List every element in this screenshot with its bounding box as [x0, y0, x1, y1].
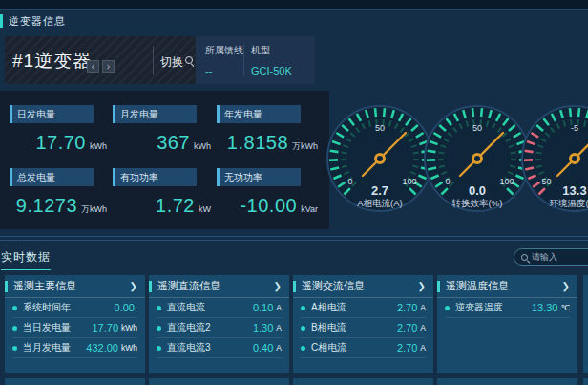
stat-value: 1.72	[156, 195, 195, 217]
list-item: 系统时间年 0.00	[12, 298, 137, 318]
panel-accent-bar	[5, 281, 8, 292]
item-unit: kWh	[121, 343, 137, 353]
stat-card-reactive-power: 无功功率 -10.00kVar	[217, 168, 324, 231]
panel-header[interactable]: 遥测交流信息 ❯	[293, 275, 433, 298]
gauge-value: 0.0	[469, 183, 486, 198]
realtime-search-input[interactable]: 请输入	[514, 248, 588, 266]
bullet-icon	[12, 306, 17, 310]
item-value: 0.10	[253, 302, 273, 313]
panel-partial-bottom	[149, 378, 289, 385]
item-label: 直流电流3	[167, 341, 253, 354]
divider	[153, 46, 154, 75]
stat-value: 1.8158	[227, 132, 288, 154]
next-device-button[interactable]: ›	[102, 60, 115, 73]
gauge-max-label: 100	[499, 177, 514, 186]
item-label: 当月发电量	[23, 341, 86, 354]
item-label: 当日发电量	[23, 321, 92, 334]
stat-label: 总发电量	[10, 168, 94, 186]
bullet-icon	[445, 306, 450, 310]
model-info: 机型 GCI-50K	[251, 44, 292, 76]
stat-label: 日发电量	[10, 105, 94, 123]
panel-title: 遥测直流信息	[158, 279, 274, 293]
section-titlebar: 逆变器信息	[0, 12, 66, 30]
item-label: 系统时间年	[23, 301, 115, 314]
chevron-right-icon[interactable]: ❯	[130, 281, 137, 291]
panel-telemetry-dc: 遥测直流信息 ❯ 直流电流 0.10 A 直流电流2 1.30 A 直流电流3 …	[149, 275, 289, 373]
gauge-mid-label: 50	[375, 123, 385, 133]
panel-telemetry-temperature: 遥测温度信息 ❯ 逆变器温度 13.30 ℃	[437, 275, 578, 373]
panel-telemetry-main: 遥测主要信息 ❯ 系统时间年 0.00 当日发电量 17.70 kWh 当月发电…	[5, 275, 145, 373]
panel-header[interactable]: 遥测主要信息 ❯	[5, 275, 145, 298]
bullet-icon	[12, 326, 17, 331]
item-unit: A	[420, 303, 426, 312]
panel-title: 遥测交流信息	[302, 279, 418, 293]
energy-stats-panel: 日发电量 17.70kWh 月发电量 367kWh 年发电量 1.8158万kW…	[0, 91, 329, 229]
stat-card-daily-energy: 日发电量 17.70kWh	[10, 105, 113, 168]
item-value: 13.30	[532, 302, 558, 313]
item-unit: A	[276, 343, 282, 353]
device-info-box: 所属馈线 -- 机型 GCI-50K	[196, 36, 315, 84]
list-item: 当月发电量 432.00 kWh	[12, 338, 137, 358]
gauge-title: A相电流(A)	[357, 198, 403, 208]
item-value: 17.70	[92, 322, 118, 333]
list-item: C相电流 2.70 A	[301, 338, 426, 358]
gauge-hub	[376, 155, 385, 163]
panel-partial-bottom	[293, 378, 433, 385]
panel-partial-bottom	[5, 378, 145, 385]
list-item: 直流电流 0.10 A	[157, 298, 282, 318]
stat-unit: kWh	[194, 141, 211, 151]
feeder-value: --	[205, 65, 243, 76]
item-unit: kWh	[121, 323, 137, 332]
list-item: 当日发电量 17.70 kWh	[12, 318, 137, 338]
gauge-max-label: 100	[402, 177, 416, 186]
item-value: 2.70	[397, 342, 417, 353]
search-icon[interactable]	[185, 56, 193, 64]
stat-value: 367	[157, 132, 190, 154]
panel-partial-right	[583, 275, 588, 373]
feeder-info: 所属馈线 --	[205, 44, 243, 76]
panel-accent-bar	[149, 281, 152, 292]
device-name: #1逆变器	[12, 49, 92, 74]
item-unit: A	[420, 323, 426, 332]
model-value: GCI-50K	[251, 65, 292, 76]
device-selector: #1逆变器 ‹ › 切换	[5, 36, 196, 84]
stat-value: -10.00	[240, 195, 297, 217]
panel-header[interactable]: 遥测温度信息 ❯	[437, 275, 578, 298]
search-placeholder: 请输入	[532, 251, 557, 264]
section-divider	[0, 240, 588, 241]
divider	[243, 44, 244, 76]
realtime-section-title: 实时数据	[1, 249, 51, 270]
switch-device-button[interactable]: 切换	[160, 54, 183, 71]
item-unit: ℃	[560, 303, 570, 312]
stat-label: 有功功率	[113, 168, 197, 186]
item-label: A相电流	[311, 301, 397, 314]
bullet-icon	[157, 346, 161, 351]
gauge-mid-label: -5	[571, 123, 578, 133]
panel-header[interactable]: 遥测直流信息 ❯	[149, 275, 289, 298]
chevron-right-icon[interactable]: ❯	[274, 281, 282, 291]
gauge-hub	[571, 155, 579, 163]
stat-unit: 万kWh	[292, 140, 318, 153]
list-item: 直流电流3 0.40 A	[157, 338, 282, 358]
prev-device-button[interactable]: ‹	[87, 60, 99, 73]
gauge-min-label: 0	[347, 177, 352, 186]
item-value: 1.30	[253, 322, 273, 333]
panel-partial-bottom	[583, 378, 588, 385]
stat-unit: kVar	[301, 204, 318, 214]
gauge-title: 转换效率(%)	[452, 198, 503, 208]
item-value: 432.00	[86, 342, 118, 353]
item-unit: A	[276, 303, 282, 312]
panel-accent-bar	[437, 281, 440, 292]
gauge-ambient-temperature: -5 -50 40 13.3 环境温度(℃)	[519, 103, 588, 214]
panel-accent-bar	[293, 281, 296, 292]
gauge-mid-label: 50	[472, 123, 482, 133]
stat-label: 无功功率	[217, 168, 301, 186]
model-label: 机型	[251, 44, 292, 57]
stat-label: 年发电量	[217, 105, 301, 123]
inverter-dashboard: 逆变器信息 #1逆变器 ‹ › 切换 所属馈线 -- 机型 GCI-50K 日发…	[0, 0, 588, 385]
chevron-right-icon[interactable]: ❯	[562, 281, 570, 291]
stat-unit: 万kWh	[81, 203, 107, 216]
chevron-right-icon[interactable]: ❯	[418, 281, 426, 291]
gauge-value: 2.7	[371, 183, 388, 198]
panel-title: 遥测主要信息	[13, 279, 130, 293]
